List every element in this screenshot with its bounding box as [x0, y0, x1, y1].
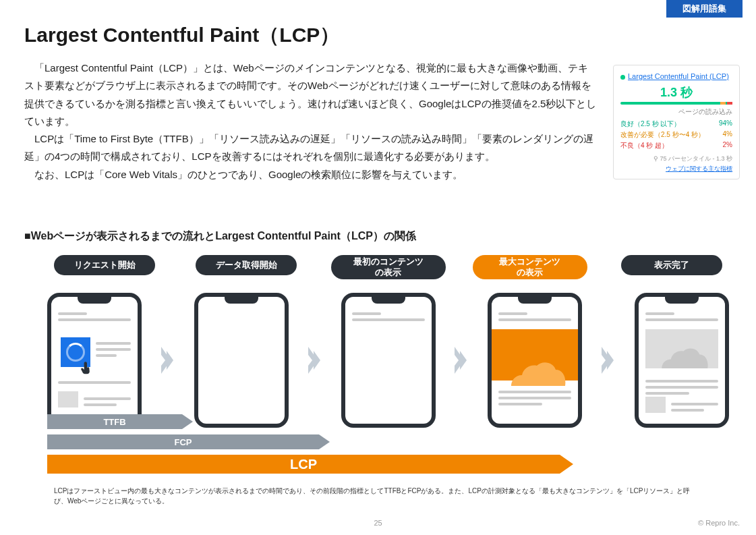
lcp-element-icon [492, 329, 578, 381]
stage-1-label: リクエスト開始 [54, 255, 155, 275]
metrics-title[interactable]: Largest Contentful Paint (LCP) [628, 72, 729, 80]
tap-hand-icon [78, 359, 96, 379]
stage-3-label: 最初のコンテンツの表示 [331, 255, 446, 279]
metrics-row-improve: 改善が必要（2.5 秒〜4 秒）4% [620, 130, 732, 140]
desc-para-3: なお、LCPは「Core Web Vitals」のひとつであり、Googleの検… [24, 166, 598, 184]
phones-row [47, 293, 729, 428]
copyright: © Repro Inc. [698, 519, 740, 527]
metrics-bar [620, 102, 732, 105]
metrics-row-poor: 不良（4 秒 超）2% [620, 141, 732, 150]
desc-para-2: LCPは「Time to First Byte（TTFB）」「リソース読み込みの… [24, 130, 598, 166]
stage-5-label: 表示完了 [621, 255, 722, 275]
chevron-icon [305, 347, 325, 374]
stage-2-label: データ取得開始 [196, 255, 297, 275]
phone-complete [635, 293, 729, 428]
metrics-link[interactable]: ウェブに関する主な指標 [620, 165, 732, 173]
desc-para-1: 「Largest Contentful Paint（LCP）」とは、Webページ… [24, 59, 598, 130]
fcp-arrow: FCP [47, 434, 319, 449]
metrics-subtitle: ページの読み込み [620, 107, 732, 117]
metrics-percentile: ⚲ 75 パーセンタイル - 1.3 秒 [620, 154, 732, 163]
chevron-icon [598, 347, 618, 374]
stage-labels: リクエスト開始 データ取得開始 最初のコンテンツの表示 最大コンテンツの表示 表… [47, 255, 729, 279]
page-title: Largest Contentful Paint（LCP） [24, 22, 340, 49]
description: 「Largest Contentful Paint（LCP）」とは、Webページ… [24, 59, 598, 184]
ttfb-arrow: TTFB [47, 414, 182, 429]
section-heading: ■Webページが表示されるまでの流れとLargest Contentful Pa… [24, 229, 416, 244]
phone-fetch [194, 293, 289, 428]
badge-glossary: 図解用語集 [666, 0, 743, 18]
phone-request [47, 293, 142, 428]
chevron-icon [451, 347, 471, 374]
page-number: 25 [374, 519, 382, 527]
footnote: LCPはファーストビュー内の最も大きなコンテンツが表示されるまでの時間であり、そ… [54, 486, 702, 506]
phone-fcp [341, 293, 436, 428]
lcp-metrics-card: Largest Contentful Paint (LCP) 1.3 秒 ページ… [613, 65, 740, 179]
lcp-arrow: LCP [47, 455, 560, 474]
metric-arrows: TTFB FCP LCP [47, 414, 560, 479]
phone-lcp [488, 293, 582, 428]
status-dot-icon [620, 75, 625, 80]
metrics-value: 1.3 秒 [620, 84, 732, 101]
chevron-icon [158, 347, 178, 374]
stage-4-label: 最大コンテンツの表示 [473, 255, 587, 279]
metrics-row-good: 良好（2.5 秒 以下）94% [620, 119, 732, 129]
